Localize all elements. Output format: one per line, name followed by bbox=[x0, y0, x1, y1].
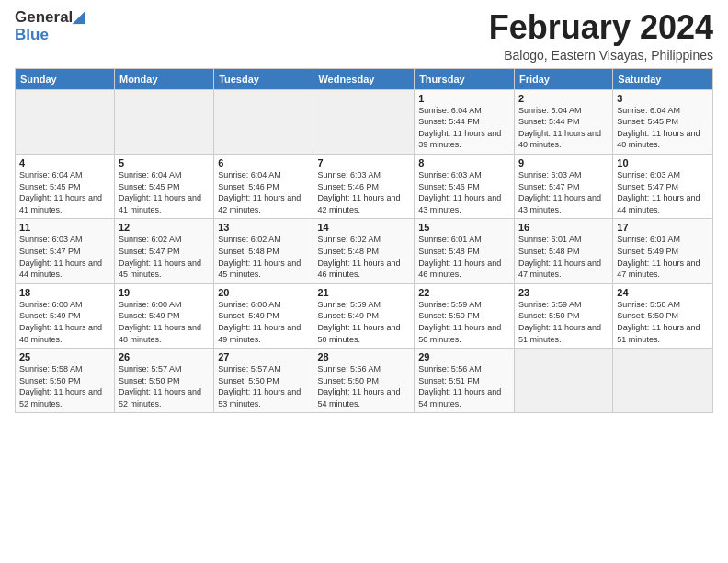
week-row-2: 11Sunrise: 6:03 AM Sunset: 5:47 PM Dayli… bbox=[16, 219, 713, 283]
col-friday: Friday bbox=[514, 68, 612, 89]
day-info: Sunrise: 6:03 AM Sunset: 5:47 PM Dayligh… bbox=[617, 169, 709, 215]
day-cell: 25Sunrise: 5:58 AM Sunset: 5:50 PM Dayli… bbox=[16, 349, 115, 413]
day-cell: 26Sunrise: 5:57 AM Sunset: 5:50 PM Dayli… bbox=[114, 349, 213, 413]
day-info: Sunrise: 6:04 AM Sunset: 5:46 PM Dayligh… bbox=[218, 169, 309, 215]
week-row-3: 18Sunrise: 6:00 AM Sunset: 5:49 PM Dayli… bbox=[16, 283, 713, 348]
day-number: 26 bbox=[119, 351, 210, 362]
day-cell bbox=[16, 89, 115, 154]
day-cell: 7Sunrise: 6:03 AM Sunset: 5:46 PM Daylig… bbox=[313, 154, 415, 218]
day-number: 29 bbox=[418, 351, 510, 362]
day-cell: 15Sunrise: 6:01 AM Sunset: 5:48 PM Dayli… bbox=[415, 219, 515, 283]
day-cell: 12Sunrise: 6:02 AM Sunset: 5:47 PM Dayli… bbox=[114, 219, 213, 283]
day-cell: 13Sunrise: 6:02 AM Sunset: 5:48 PM Dayli… bbox=[214, 219, 313, 283]
calendar: Sunday Monday Tuesday Wednesday Thursday… bbox=[15, 68, 713, 414]
week-row-0: 1Sunrise: 6:04 AM Sunset: 5:44 PM Daylig… bbox=[16, 89, 713, 154]
logo-part1: General◢ bbox=[15, 9, 85, 27]
day-info: Sunrise: 6:00 AM Sunset: 5:49 PM Dayligh… bbox=[19, 299, 110, 345]
calendar-body: 1Sunrise: 6:04 AM Sunset: 5:44 PM Daylig… bbox=[16, 89, 713, 413]
day-cell: 28Sunrise: 5:56 AM Sunset: 5:50 PM Dayli… bbox=[313, 349, 415, 413]
calendar-header: Sunday Monday Tuesday Wednesday Thursday… bbox=[16, 68, 713, 89]
day-info: Sunrise: 5:59 AM Sunset: 5:50 PM Dayligh… bbox=[418, 299, 510, 345]
day-info: Sunrise: 6:01 AM Sunset: 5:48 PM Dayligh… bbox=[418, 234, 510, 280]
day-number: 7 bbox=[317, 157, 410, 168]
day-cell: 5Sunrise: 6:04 AM Sunset: 5:45 PM Daylig… bbox=[114, 154, 213, 218]
day-number: 3 bbox=[617, 93, 709, 104]
day-number: 21 bbox=[317, 287, 410, 298]
day-info: Sunrise: 5:57 AM Sunset: 5:50 PM Dayligh… bbox=[119, 363, 210, 409]
title-area: February 2024 Balogo, Eastern Visayas, P… bbox=[489, 9, 713, 63]
subtitle: Balogo, Eastern Visayas, Philippines bbox=[489, 48, 713, 63]
day-number: 23 bbox=[518, 287, 609, 298]
day-info: Sunrise: 6:03 AM Sunset: 5:46 PM Dayligh… bbox=[418, 169, 510, 215]
day-cell: 4Sunrise: 6:04 AM Sunset: 5:45 PM Daylig… bbox=[16, 154, 115, 218]
day-cell: 18Sunrise: 6:00 AM Sunset: 5:49 PM Dayli… bbox=[16, 283, 115, 348]
day-info: Sunrise: 5:59 AM Sunset: 5:50 PM Dayligh… bbox=[518, 299, 609, 345]
col-thursday: Thursday bbox=[415, 68, 515, 89]
day-number: 27 bbox=[218, 351, 309, 362]
day-cell: 19Sunrise: 6:00 AM Sunset: 5:49 PM Dayli… bbox=[114, 283, 213, 348]
day-cell: 24Sunrise: 5:58 AM Sunset: 5:50 PM Dayli… bbox=[613, 283, 713, 348]
col-tuesday: Tuesday bbox=[214, 68, 313, 89]
day-cell: 10Sunrise: 6:03 AM Sunset: 5:47 PM Dayli… bbox=[613, 154, 713, 218]
day-number: 18 bbox=[19, 287, 110, 298]
day-cell: 27Sunrise: 5:57 AM Sunset: 5:50 PM Dayli… bbox=[214, 349, 313, 413]
day-cell: 11Sunrise: 6:03 AM Sunset: 5:47 PM Dayli… bbox=[16, 219, 115, 283]
day-info: Sunrise: 6:04 AM Sunset: 5:45 PM Dayligh… bbox=[617, 105, 709, 151]
day-info: Sunrise: 6:00 AM Sunset: 5:49 PM Dayligh… bbox=[119, 299, 210, 345]
day-info: Sunrise: 5:56 AM Sunset: 5:51 PM Dayligh… bbox=[418, 363, 510, 409]
main-title: February 2024 bbox=[489, 9, 713, 46]
day-cell: 21Sunrise: 5:59 AM Sunset: 5:49 PM Dayli… bbox=[313, 283, 415, 348]
day-number: 19 bbox=[119, 287, 210, 298]
day-cell: 1Sunrise: 6:04 AM Sunset: 5:44 PM Daylig… bbox=[415, 89, 515, 154]
day-cell: 9Sunrise: 6:03 AM Sunset: 5:47 PM Daylig… bbox=[514, 154, 612, 218]
day-number: 11 bbox=[19, 222, 110, 233]
day-cell: 17Sunrise: 6:01 AM Sunset: 5:49 PM Dayli… bbox=[613, 219, 713, 283]
day-number: 28 bbox=[317, 351, 410, 362]
day-cell bbox=[214, 89, 313, 154]
day-info: Sunrise: 6:03 AM Sunset: 5:46 PM Dayligh… bbox=[317, 169, 410, 215]
day-number: 9 bbox=[518, 157, 609, 168]
day-cell: 22Sunrise: 5:59 AM Sunset: 5:50 PM Dayli… bbox=[415, 283, 515, 348]
day-info: Sunrise: 5:58 AM Sunset: 5:50 PM Dayligh… bbox=[19, 363, 110, 409]
day-info: Sunrise: 6:03 AM Sunset: 5:47 PM Dayligh… bbox=[518, 169, 609, 215]
day-number: 25 bbox=[19, 351, 110, 362]
day-cell: 8Sunrise: 6:03 AM Sunset: 5:46 PM Daylig… bbox=[415, 154, 515, 218]
day-info: Sunrise: 5:56 AM Sunset: 5:50 PM Dayligh… bbox=[317, 363, 410, 409]
day-number: 13 bbox=[218, 222, 309, 233]
day-cell: 29Sunrise: 5:56 AM Sunset: 5:51 PM Dayli… bbox=[415, 349, 515, 413]
day-info: Sunrise: 6:01 AM Sunset: 5:49 PM Dayligh… bbox=[617, 234, 709, 280]
col-sunday: Sunday bbox=[16, 68, 115, 89]
day-cell: 6Sunrise: 6:04 AM Sunset: 5:46 PM Daylig… bbox=[214, 154, 313, 218]
day-info: Sunrise: 5:58 AM Sunset: 5:50 PM Dayligh… bbox=[617, 299, 709, 345]
day-cell: 20Sunrise: 6:00 AM Sunset: 5:49 PM Dayli… bbox=[214, 283, 313, 348]
day-cell: 2Sunrise: 6:04 AM Sunset: 5:44 PM Daylig… bbox=[514, 89, 612, 154]
logo-part2: Blue bbox=[15, 27, 85, 44]
header-row: Sunday Monday Tuesday Wednesday Thursday… bbox=[16, 68, 713, 89]
day-info: Sunrise: 5:57 AM Sunset: 5:50 PM Dayligh… bbox=[218, 363, 309, 409]
day-info: Sunrise: 6:04 AM Sunset: 5:45 PM Dayligh… bbox=[119, 169, 210, 215]
day-info: Sunrise: 6:02 AM Sunset: 5:48 PM Dayligh… bbox=[218, 234, 309, 280]
day-info: Sunrise: 6:04 AM Sunset: 5:44 PM Dayligh… bbox=[418, 105, 510, 151]
day-cell bbox=[514, 349, 612, 413]
day-number: 17 bbox=[617, 222, 709, 233]
day-cell: 23Sunrise: 5:59 AM Sunset: 5:50 PM Dayli… bbox=[514, 283, 612, 348]
day-info: Sunrise: 6:00 AM Sunset: 5:49 PM Dayligh… bbox=[218, 299, 309, 345]
col-wednesday: Wednesday bbox=[313, 68, 415, 89]
day-info: Sunrise: 5:59 AM Sunset: 5:49 PM Dayligh… bbox=[317, 299, 410, 345]
day-info: Sunrise: 6:01 AM Sunset: 5:48 PM Dayligh… bbox=[518, 234, 609, 280]
col-saturday: Saturday bbox=[613, 68, 713, 89]
day-info: Sunrise: 6:04 AM Sunset: 5:45 PM Dayligh… bbox=[19, 169, 110, 215]
day-cell: 16Sunrise: 6:01 AM Sunset: 5:48 PM Dayli… bbox=[514, 219, 612, 283]
logo: General◢ Blue bbox=[15, 9, 85, 43]
day-number: 20 bbox=[218, 287, 309, 298]
day-info: Sunrise: 6:03 AM Sunset: 5:47 PM Dayligh… bbox=[19, 234, 110, 280]
day-number: 14 bbox=[317, 222, 410, 233]
week-row-1: 4Sunrise: 6:04 AM Sunset: 5:45 PM Daylig… bbox=[16, 154, 713, 218]
day-cell bbox=[613, 349, 713, 413]
day-cell: 3Sunrise: 6:04 AM Sunset: 5:45 PM Daylig… bbox=[613, 89, 713, 154]
day-number: 1 bbox=[418, 93, 510, 104]
day-number: 2 bbox=[518, 93, 609, 104]
page: General◢ Blue February 2024 Balogo, East… bbox=[0, 0, 728, 422]
day-number: 22 bbox=[418, 287, 510, 298]
day-number: 16 bbox=[518, 222, 609, 233]
